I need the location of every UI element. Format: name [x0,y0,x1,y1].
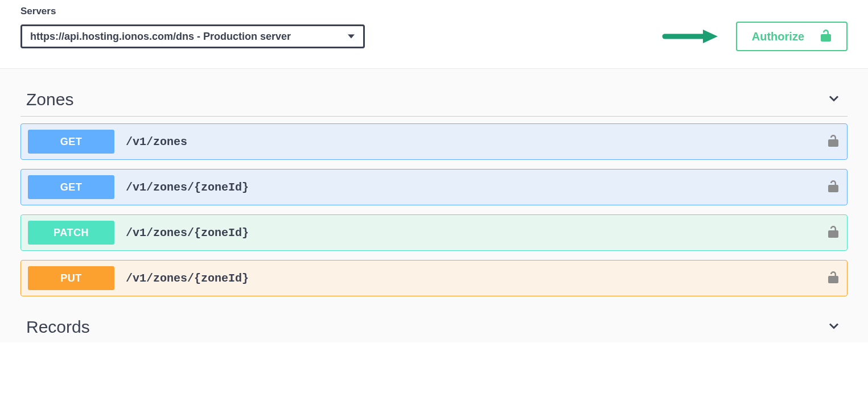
method-badge: GET [28,175,114,199]
server-select[interactable]: https://api.hosting.ionos.com/dns - Prod… [20,24,365,48]
lock-icon [828,180,839,195]
lock-icon [828,134,839,149]
authorize-button[interactable]: Authorize [736,22,848,51]
endpoint-row-get-zone-by-id[interactable]: GET /v1/zones/{zoneId} [20,169,848,205]
method-badge: GET [28,130,114,154]
endpoint-row-put-zone[interactable]: PUT /v1/zones/{zoneId} [20,260,848,296]
top-row: https://api.hosting.ionos.com/dns - Prod… [20,22,848,51]
endpoint-row-get-zones[interactable]: GET /v1/zones [20,123,848,160]
svg-marker-1 [703,30,718,43]
lock-icon [828,225,839,240]
chevron-down-icon [826,90,842,109]
servers-label: Servers [20,6,848,17]
chevron-down-icon [826,318,842,336]
server-select-wrapper: https://api.hosting.ionos.com/dns - Prod… [20,24,365,48]
endpoint-path: /v1/zones/{zoneId} [126,272,828,285]
endpoint-path: /v1/zones/{zoneId} [126,181,828,194]
method-badge: PATCH [28,221,114,245]
zones-section-header[interactable]: Zones [20,83,848,117]
authorize-label: Authorize [752,30,804,43]
records-section: Records [20,311,848,337]
zones-title: Zones [26,90,73,109]
records-section-header[interactable]: Records [20,311,848,337]
servers-section: Servers https://api.hosting.ionos.com/dn… [0,0,868,69]
main-section: Zones GET /v1/zones GET /v1/zones/{zoneI… [0,69,868,342]
endpoint-row-patch-zone[interactable]: PATCH /v1/zones/{zoneId} [20,214,848,251]
arrow-annotation-icon [662,28,719,45]
method-badge: PUT [28,266,114,290]
unlock-icon [820,29,832,44]
records-title: Records [26,317,90,337]
lock-icon [828,271,839,286]
right-controls: Authorize [662,22,848,51]
endpoint-path: /v1/zones/{zoneId} [126,226,828,239]
endpoint-path: /v1/zones [126,135,828,148]
